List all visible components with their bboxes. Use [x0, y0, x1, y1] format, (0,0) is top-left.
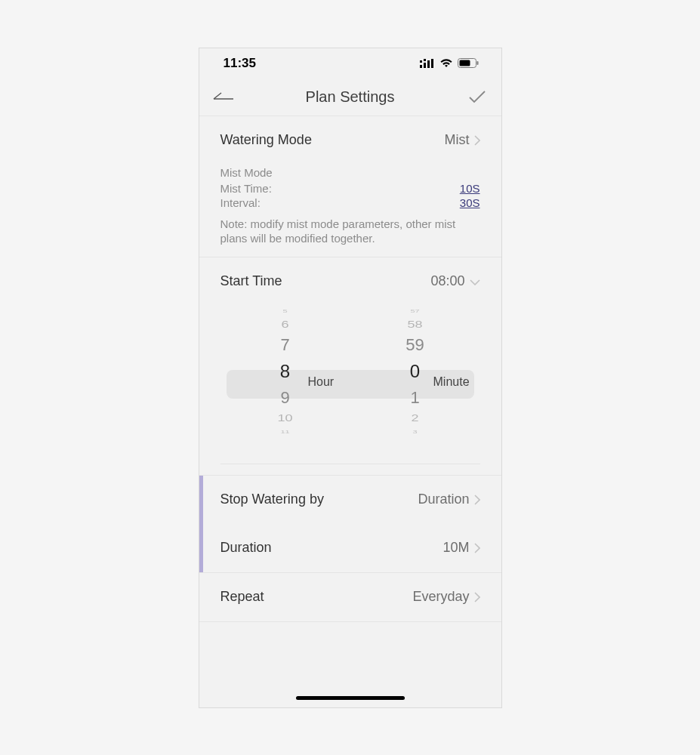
status-bar: 11:35 — [199, 48, 501, 79]
picker-hour-item: 9 — [220, 386, 350, 410]
mist-interval-link[interactable]: 30S — [460, 196, 480, 209]
repeat-value: Everyday — [412, 589, 469, 605]
watering-mode-label: Watering Mode — [220, 132, 312, 148]
picker-hour-item: 7 — [220, 333, 350, 357]
picker-hour-item: 10 — [220, 412, 350, 424]
picker-minute-item: 58 — [350, 319, 480, 330]
mist-mode-heading: Mist Mode — [220, 166, 480, 179]
picker-minute-item: 57 — [350, 308, 480, 314]
picker-minute-item: 2 — [350, 412, 480, 424]
svg-rect-8 — [476, 61, 478, 65]
stop-watering-row[interactable]: Stop Watering by Duration — [199, 476, 501, 524]
mist-note: Note: modify mist mode parameters, other… — [220, 217, 480, 246]
svg-rect-7 — [459, 60, 470, 66]
mist-interval-label: Interval: — [220, 196, 261, 209]
repeat-row[interactable]: Repeat Everyday — [199, 573, 501, 621]
picker-minute-label: Minute — [433, 375, 470, 389]
back-button[interactable] — [211, 85, 236, 109]
watering-mode-row[interactable]: Watering Mode Mist — [199, 116, 501, 165]
svg-rect-2 — [427, 60, 430, 68]
time-picker[interactable]: 5 6 7 8 9 10 11 57 58 59 0 1 2 3 — [220, 306, 480, 464]
battery-icon — [458, 58, 479, 68]
chevron-right-icon — [474, 495, 480, 505]
chevron-right-icon — [474, 592, 480, 602]
check-icon — [468, 90, 486, 103]
picker-minute-item: 59 — [350, 333, 480, 357]
svg-rect-3 — [431, 59, 433, 68]
status-time: 11:35 — [224, 56, 256, 71]
stop-watering-label: Stop Watering by — [220, 492, 324, 507]
status-icons — [420, 58, 479, 68]
start-time-value: 08:00 — [430, 273, 464, 289]
page-title: Plan Settings — [199, 88, 501, 106]
chevron-right-icon — [474, 135, 480, 146]
svg-rect-5 — [424, 59, 426, 61]
svg-rect-0 — [420, 65, 422, 68]
wifi-icon — [439, 59, 453, 68]
chevron-down-icon — [470, 279, 480, 285]
mist-mode-block: Mist Mode Mist Time: 10S Interval: 30S N… — [199, 165, 501, 257]
duration-label: Duration — [220, 540, 272, 556]
svg-rect-4 — [420, 60, 422, 63]
cellular-icon — [420, 59, 435, 68]
confirm-button[interactable] — [465, 85, 489, 109]
duration-value: 10M — [443, 540, 469, 556]
mist-time-label: Mist Time: — [220, 182, 272, 195]
stop-section: Stop Watering by Duration Duration 10M — [199, 475, 501, 573]
home-indicator[interactable] — [296, 696, 405, 700]
picker-minute-item: 1 — [350, 386, 480, 410]
svg-rect-1 — [424, 63, 426, 68]
picker-hour-item: 5 — [220, 308, 350, 314]
mist-time-link[interactable]: 10S — [460, 182, 480, 195]
picker-minute-item: 3 — [350, 429, 480, 435]
picker-hour-label: Hour — [308, 375, 335, 389]
chevron-right-icon — [474, 543, 480, 553]
phone-frame: 11:35 — [199, 48, 502, 708]
picker-hour-item: 6 — [220, 319, 350, 330]
start-time-row[interactable]: Start Time 08:00 — [199, 257, 501, 306]
watering-mode-value: Mist — [445, 132, 470, 148]
stop-watering-value: Duration — [418, 492, 469, 507]
duration-row[interactable]: Duration 10M — [199, 524, 501, 572]
repeat-label: Repeat — [220, 589, 264, 605]
picker-hour-item: 11 — [220, 429, 350, 435]
nav-bar: Plan Settings — [199, 79, 501, 116]
back-arrow-icon — [212, 91, 235, 102]
start-time-label: Start Time — [220, 273, 282, 289]
